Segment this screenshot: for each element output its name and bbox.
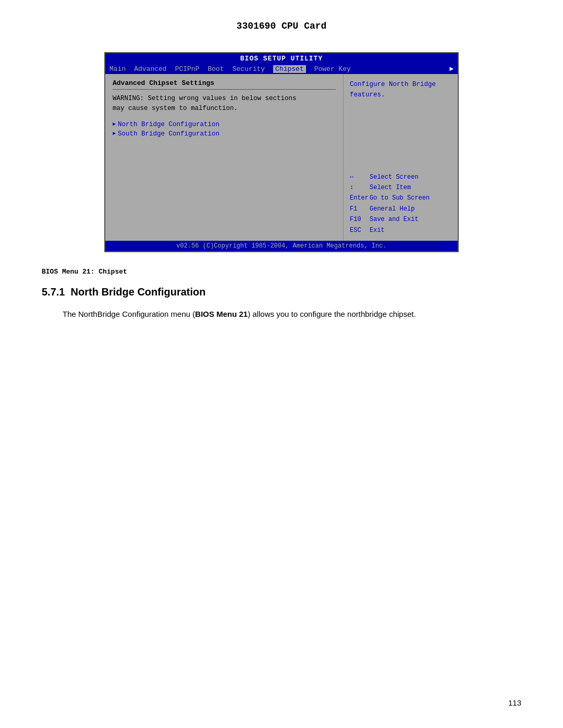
key-lr-arrow: ↔ [350,172,370,182]
key-esc: ESC [350,225,370,236]
page-number: 113 [508,698,521,707]
body-text-2: ) allows you to configure the northbridg… [248,310,416,318]
bios-right-panel: Configure North Bridge features. ↔ Selec… [343,74,458,241]
key-row-f1: F1 General Help [350,204,451,214]
bios-footer: v02.56 (C)Copyright 1985-2004, American … [105,241,458,251]
section-body: The NorthBridge Configuration menu (BIOS… [42,307,521,321]
menu-arrow-right: ► [449,65,454,73]
menu-item-main[interactable]: Main [109,65,126,73]
key-row-select-item: ↕ Select Item [350,182,451,193]
menu-item-boot[interactable]: Boot [207,65,224,73]
key-select-item-label: Select Item [370,182,411,193]
menu-item-powerkey[interactable]: Power Key [314,65,351,73]
bios-menu-bar: Main Advanced PCIPnP Boot Security Chips… [105,64,458,74]
left-section-title: Advanced Chipset Settings [113,79,336,87]
bios-menu-label: BIOS Menu 21: Chipset [42,268,521,276]
key-row-f10: F10 Save and Exit [350,214,451,225]
menu-item-security[interactable]: Security [232,65,265,73]
key-esc-label: Exit [370,225,385,236]
doc-section: BIOS Menu 21: Chipset 5.7.1 North Bridge… [42,268,521,321]
bios-title-bar: BIOS SETUP UTILITY [105,53,458,64]
tri-icon: ► [113,121,116,127]
key-row-enter: Enter Go to Sub Screen [350,193,451,203]
divider [113,89,336,90]
body-text-1: The NorthBridge Configuration menu ( [63,310,195,318]
key-row-esc: ESC Exit [350,225,451,236]
key-f10: F10 [350,214,370,225]
bios-key-help: ↔ Select Screen ↕ Select Item Enter Go t… [350,172,451,236]
menu-link-north-bridge[interactable]: ► North Bridge Configuration [113,121,336,128]
key-select-screen-label: Select Screen [370,172,419,182]
key-enter-label: Go to Sub Screen [370,193,430,203]
bios-help-text: Configure North Bridge features. [350,79,451,100]
key-f10-label: Save and Exit [370,214,419,225]
bios-warning: WARNING: Setting wrong values in below s… [113,94,336,114]
section-heading: 5.7.1 North Bridge Configuration [42,286,521,298]
bios-left-panel: Advanced Chipset Settings WARNING: Setti… [105,74,343,241]
key-row-select-screen: ↔ Select Screen [350,172,451,182]
menu-item-advanced[interactable]: Advanced [134,65,166,73]
body-bold: BIOS Menu 21 [195,310,248,318]
key-enter: Enter [350,193,370,203]
bios-screenshot: BIOS SETUP UTILITY Main Advanced PCIPnP … [104,52,459,252]
key-f1-label: General Help [370,204,414,214]
key-ud-arrow: ↕ [350,182,370,193]
bios-body: Advanced Chipset Settings WARNING: Setti… [105,74,458,241]
page-title: 3301690 CPU Card [42,21,521,31]
menu-item-chipset[interactable]: Chipset [273,65,306,73]
key-f1: F1 [350,204,370,214]
tri-icon-2: ► [113,131,116,137]
menu-link-south-bridge[interactable]: ► South Bridge Configuration [113,130,336,138]
menu-item-pcipnp[interactable]: PCIPnP [175,65,200,73]
